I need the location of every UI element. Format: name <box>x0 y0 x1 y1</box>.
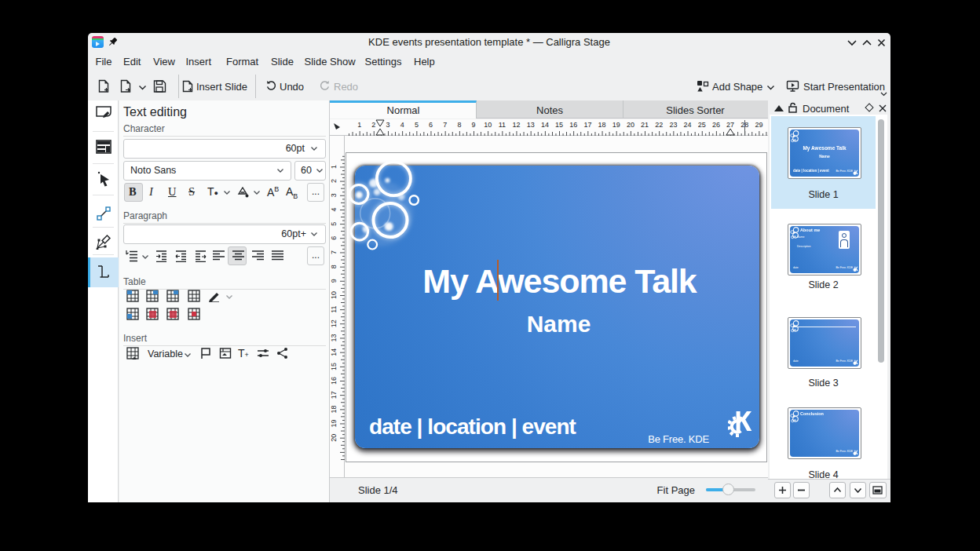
svg-text:19: 19 <box>612 121 620 129</box>
svg-text:12: 12 <box>512 121 520 129</box>
svg-text:14: 14 <box>541 121 549 129</box>
svg-text:7: 7 <box>330 250 338 254</box>
svg-text:18: 18 <box>330 405 338 413</box>
svg-text:1: 1 <box>330 165 338 169</box>
svg-text:7: 7 <box>443 121 447 129</box>
svg-text:26: 26 <box>712 121 720 129</box>
svg-text:6: 6 <box>429 121 433 129</box>
svg-text:6: 6 <box>330 236 338 240</box>
svg-text:20: 20 <box>330 434 338 442</box>
svg-text:16: 16 <box>330 377 338 385</box>
svg-text:20: 20 <box>627 121 634 129</box>
svg-text:10: 10 <box>330 291 338 299</box>
svg-text:8: 8 <box>457 121 461 129</box>
svg-text:18: 18 <box>598 121 606 129</box>
svg-text:29: 29 <box>755 121 762 129</box>
svg-text:3: 3 <box>330 193 338 197</box>
svg-text:12: 12 <box>330 319 338 327</box>
svg-text:9: 9 <box>471 121 475 129</box>
svg-text:21: 21 <box>641 121 649 129</box>
svg-text:16: 16 <box>569 121 577 129</box>
svg-text:13: 13 <box>527 121 535 129</box>
svg-text:14: 14 <box>330 348 338 356</box>
svg-text:22: 22 <box>655 121 663 129</box>
svg-text:10: 10 <box>484 121 492 129</box>
svg-text:4: 4 <box>330 207 338 211</box>
svg-text:23: 23 <box>669 121 677 129</box>
svg-text:2: 2 <box>330 179 338 183</box>
svg-text:4: 4 <box>400 121 404 129</box>
svg-text:1: 1 <box>357 121 361 129</box>
svg-text:17: 17 <box>330 391 338 399</box>
svg-text:15: 15 <box>555 121 563 129</box>
svg-text:15: 15 <box>330 363 338 370</box>
svg-text:19: 19 <box>330 419 338 427</box>
svg-text:11: 11 <box>330 306 338 313</box>
svg-text:11: 11 <box>499 121 506 129</box>
svg-text:9: 9 <box>330 279 338 283</box>
svg-text:25: 25 <box>698 121 706 129</box>
svg-text:5: 5 <box>330 222 338 226</box>
svg-text:3: 3 <box>386 121 389 129</box>
svg-text:24: 24 <box>684 121 692 129</box>
svg-text:5: 5 <box>415 121 419 129</box>
svg-text:13: 13 <box>330 334 338 341</box>
svg-text:17: 17 <box>583 121 591 129</box>
svg-text:8: 8 <box>330 265 338 268</box>
